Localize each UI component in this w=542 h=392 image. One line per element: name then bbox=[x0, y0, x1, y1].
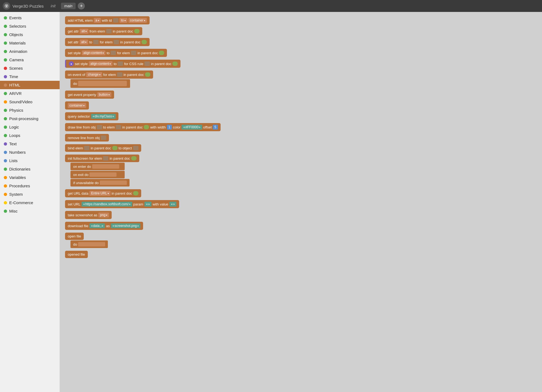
block-remove-line[interactable]: remove line from obj bbox=[65, 134, 109, 142]
sidebar-item-time[interactable]: Time bbox=[0, 72, 60, 81]
set-attr-type-dropdown[interactable]: alt bbox=[80, 40, 88, 44]
block-bind-elem[interactable]: bind elem in parent doc to object bbox=[65, 144, 141, 152]
sidebar-item-lists[interactable]: Lists bbox=[0, 156, 60, 165]
block-text: in parent doc bbox=[109, 156, 130, 160]
block-text: to elem bbox=[103, 125, 115, 129]
sidebar-item-system[interactable]: System bbox=[0, 190, 60, 198]
sidebar-item-events[interactable]: Events bbox=[0, 14, 60, 22]
set-style-css-type-dropdown[interactable]: align-content bbox=[89, 61, 113, 66]
get-url-data-type-dropdown[interactable]: Entire URL bbox=[89, 191, 111, 196]
block-download-file[interactable]: download file data:, as screenshot.png bbox=[65, 222, 143, 230]
on-event-do-slot bbox=[78, 81, 127, 86]
sidebar-item-logic[interactable]: Logic bbox=[0, 123, 60, 131]
block-get-url-data[interactable]: get URL data Entire URL in parent doc bbox=[65, 189, 141, 197]
logic-dot bbox=[4, 126, 7, 129]
sidebar-item-camera[interactable]: Camera bbox=[0, 56, 60, 64]
get-event-property-type-dropdown[interactable]: button bbox=[97, 92, 111, 97]
block-text: in parent doc bbox=[112, 191, 132, 195]
block-text: take screenshot as bbox=[68, 213, 97, 217]
block-on-event[interactable]: on event of change for elem in parent do… bbox=[65, 70, 153, 79]
numbers-dot bbox=[4, 151, 7, 154]
add-html-elem-id-slot bbox=[113, 18, 118, 23]
sidebar-item-procedures[interactable]: Procedures bbox=[0, 182, 60, 190]
if-unavailable-do-slot bbox=[100, 181, 127, 185]
block-text: opened file bbox=[68, 252, 85, 256]
block-text: color bbox=[173, 125, 180, 129]
block-query-selector[interactable]: query selector div.myClass bbox=[65, 112, 118, 120]
system-dot bbox=[4, 193, 7, 196]
tab-main[interactable]: main bbox=[61, 3, 76, 9]
block-text: to bbox=[89, 40, 92, 44]
get-attr-type-dropdown[interactable]: alt bbox=[80, 29, 88, 34]
draw-line-color-slot[interactable]: #FF0000 bbox=[182, 125, 202, 130]
sidebar-label-events: Events bbox=[9, 15, 22, 20]
take-screenshot-type-dropdown[interactable]: png bbox=[98, 213, 109, 217]
sidebar-item-soundvideo[interactable]: Sound/Video bbox=[0, 98, 60, 106]
sidebar-item-dictionaries[interactable]: Dictionaries bbox=[0, 165, 60, 173]
add-html-elem-container-dropdown[interactable]: container bbox=[128, 18, 147, 23]
sidebar-item-materials[interactable]: Materials bbox=[0, 39, 60, 47]
draw-line-width-slot[interactable]: 1 bbox=[167, 125, 172, 130]
block-on-enter-do: on enter do bbox=[70, 163, 125, 170]
query-selector-value-slot[interactable]: div.myClass bbox=[91, 114, 116, 119]
sidebar-item-text[interactable]: Text bbox=[0, 140, 60, 148]
block-group-init-fullscreen: init fullscreen for elem in parent doc o… bbox=[65, 155, 139, 187]
time-dot bbox=[4, 75, 7, 78]
sidebar-item-ecommerce[interactable]: E-Commerce bbox=[0, 198, 60, 207]
block-text: set style bbox=[68, 51, 81, 55]
events-dot bbox=[4, 16, 7, 20]
sidebar-label-postprocessing: Post-processing bbox=[9, 116, 38, 121]
bind-elem-object-slot bbox=[133, 146, 138, 150]
sidebar-item-numbers[interactable]: Numbers bbox=[0, 148, 60, 156]
add-html-elem-type-dropdown[interactable]: a bbox=[94, 18, 101, 23]
sidebar-item-postprocessing[interactable]: Post-processing bbox=[0, 114, 60, 123]
download-file-data-slot[interactable]: data:, bbox=[89, 223, 105, 228]
sidebar-item-variables[interactable]: Variables bbox=[0, 173, 60, 182]
block-text: with id bbox=[102, 18, 112, 23]
draw-line-obj-slot bbox=[97, 125, 102, 129]
sidebar-item-selectors[interactable]: Selectors bbox=[0, 22, 60, 30]
block-text: do bbox=[73, 242, 77, 246]
add-html-elem-to-dropdown[interactable]: to bbox=[120, 18, 127, 23]
sidebar-item-loops[interactable]: Loops bbox=[0, 131, 60, 140]
sidebar-item-misc[interactable]: Misc bbox=[0, 207, 60, 215]
sidebar-item-animation[interactable]: Animation bbox=[0, 47, 60, 56]
block-opened-file[interactable]: opened file bbox=[65, 251, 88, 258]
main-layout: Events Selectors Objects Materials Anima… bbox=[0, 12, 542, 392]
block-get-attr[interactable]: get attr alt from elem in parent doc bbox=[65, 27, 142, 35]
set-attr-elem-slot bbox=[114, 40, 119, 44]
draw-line-offset-slot[interactable]: 5 bbox=[213, 125, 218, 130]
block-text: as bbox=[106, 224, 110, 228]
block-set-attr[interactable]: set attr alt to for elem in parent doc bbox=[65, 38, 150, 46]
block-text: on event of bbox=[68, 73, 85, 77]
sidebar-item-html[interactable]: HTML bbox=[0, 81, 60, 89]
block-take-screenshot[interactable]: take screenshot as png bbox=[65, 211, 112, 219]
sidebar-item-physics[interactable]: Physics bbox=[0, 106, 60, 114]
sidebar-label-text: Text bbox=[9, 142, 17, 146]
set-style-css-circle: ● bbox=[69, 61, 74, 66]
block-open-file[interactable]: open file bbox=[65, 233, 84, 240]
sidebar-item-objects[interactable]: Objects bbox=[0, 30, 60, 39]
block-on-exit-do: on exit do bbox=[70, 171, 125, 178]
block-init-fullscreen[interactable]: init fullscreen for elem in parent doc bbox=[65, 155, 139, 162]
sidebar-item-arvr[interactable]: AR/VR bbox=[0, 89, 60, 98]
sidebar-item-scenes[interactable]: Scenes bbox=[0, 64, 60, 72]
block-container[interactable]: container bbox=[65, 101, 89, 110]
container-dropdown[interactable]: container bbox=[68, 103, 86, 108]
on-event-type-dropdown[interactable]: change bbox=[86, 72, 102, 77]
block-draw-line[interactable]: draw line from obj to elem in parent doc… bbox=[65, 123, 221, 131]
tab-init[interactable]: init bbox=[47, 3, 59, 9]
block-set-style-css[interactable]: ● set style align-content to for CSS rul… bbox=[65, 60, 180, 68]
block-get-event-property[interactable]: get event property button bbox=[65, 91, 114, 99]
block-set-style[interactable]: set style align-content to for elem in p… bbox=[65, 49, 167, 57]
block-set-url[interactable]: set URL https://sandbox.soft8soft.com/ p… bbox=[65, 200, 179, 208]
set-style-type-dropdown[interactable]: align-content bbox=[82, 50, 106, 55]
dictionaries-dot bbox=[4, 168, 7, 171]
block-text: param bbox=[133, 202, 143, 206]
set-url-value-slot[interactable]: https://sandbox.soft8soft.com/ bbox=[82, 202, 132, 207]
selectors-dot bbox=[4, 25, 7, 28]
download-file-name-slot[interactable]: screenshot.png bbox=[111, 223, 140, 228]
block-on-event-do: do bbox=[70, 79, 130, 88]
add-tab-button[interactable]: + bbox=[78, 2, 85, 9]
block-add-html-elem[interactable]: add HTML elem a with id to container bbox=[65, 16, 150, 24]
